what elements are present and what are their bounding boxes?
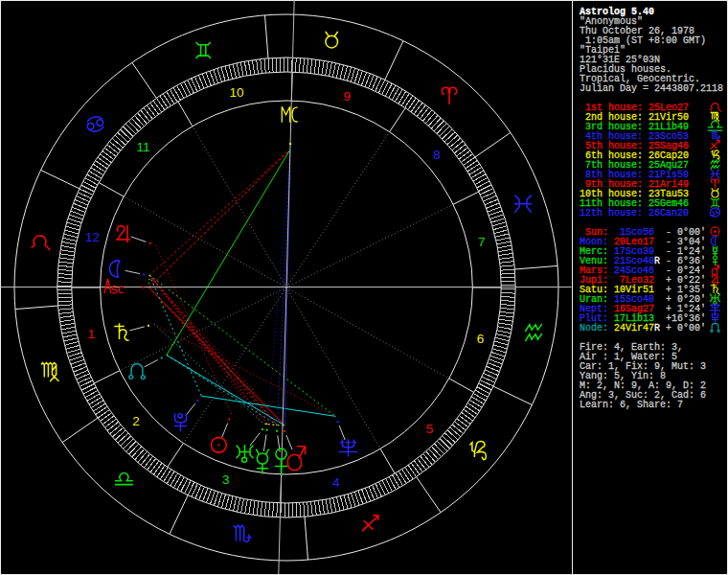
svg-text:1: 1 [87,327,95,341]
svg-text:5: 5 [426,422,434,436]
svg-text:8: 8 [433,148,441,162]
svg-text:Node:: Node: [580,323,608,334]
svg-text:Learn: 6, Share: 7: Learn: 6, Share: 7 [580,400,683,410]
svg-text:11: 11 [136,140,149,154]
svg-text:2: 2 [132,414,140,428]
svg-text:12: 12 [85,230,100,244]
svg-text:6: 6 [477,332,485,346]
svg-text:24Vir47: 24Vir47 [614,323,654,334]
svg-text:Julian Day = 2443807.2118: Julian Day = 2443807.2118 [580,83,723,94]
svg-text:9: 9 [344,89,352,104]
svg-text:+ 0°00': + 0°00' [666,323,706,334]
svg-text:R: R [654,323,660,334]
svg-text:R: R [654,256,660,266]
svg-text:3: 3 [222,472,230,487]
svg-text:4: 4 [332,475,340,490]
svg-text:12th house: 26Can20: 12th house: 26Can20 [580,208,689,218]
svg-text:10: 10 [229,85,243,100]
svg-text:7: 7 [478,235,486,249]
